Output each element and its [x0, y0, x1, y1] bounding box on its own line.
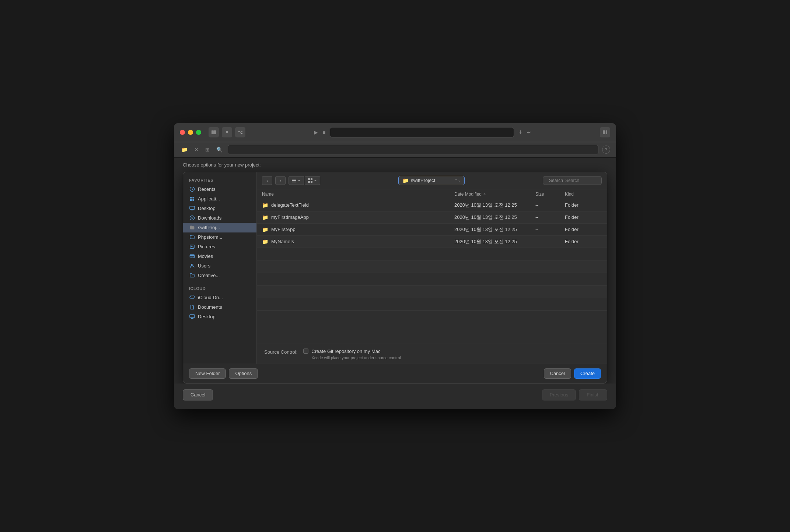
folder-file-icon-1: 📁 — [262, 214, 268, 220]
sidebar: Favorites Recents — [183, 172, 257, 364]
search-input[interactable] — [228, 145, 598, 154]
window-bottom: Cancel Previous Finish — [174, 384, 616, 409]
maximize-button[interactable] — [196, 130, 201, 135]
dialog-top: Favorites Recents — [183, 172, 607, 364]
folder-sidebar-icon — [189, 225, 195, 231]
source-control-content: Create Git repository on my Mac Xcode wi… — [303, 349, 401, 360]
sidebar-label-phpstorm: Phpstorm... — [198, 234, 222, 240]
search-box[interactable]: Search — [543, 176, 602, 185]
folder-file-icon-0: 📁 — [262, 202, 268, 208]
sidebar-item-icloud-drive[interactable]: iCloud Dri... — [183, 293, 256, 302]
folder-file-icon-2: 📁 — [262, 227, 268, 232]
git-checkbox[interactable] — [303, 349, 308, 354]
diagram-icon[interactable]: ⊞ — [204, 145, 211, 154]
table-row[interactable]: 📁 MyNameIs 2020년 10월 13일 오전 12:25 -- Fol… — [257, 236, 607, 248]
minimize-button[interactable] — [188, 130, 193, 135]
enter-icon[interactable]: ↵ — [527, 129, 531, 135]
traffic-lights — [180, 130, 201, 135]
title-bar-center: ▶ ■ + ↵ — [250, 127, 595, 137]
back-button[interactable]: ‹ — [262, 176, 272, 185]
title-bar-icons: ✕ ⌥ — [209, 127, 245, 137]
add-tab-icon[interactable]: + — [518, 129, 522, 136]
checkbox-row: Create Git repository on my Mac — [303, 349, 401, 354]
stop-icon[interactable]: ■ — [322, 129, 325, 135]
cancel-button[interactable]: Cancel — [544, 368, 571, 379]
sidebar-item-desktop[interactable]: Desktop — [183, 204, 256, 213]
dialog-bottom: New Folder Options Cancel Create — [183, 364, 607, 383]
svg-rect-22 — [311, 181, 312, 183]
title-bar-right — [600, 127, 610, 137]
sidebar-item-desktop-icloud[interactable]: Desktop — [183, 312, 256, 322]
icloud-label: iCloud — [183, 286, 256, 293]
file-name-3: 📁 MyNameIs — [262, 239, 454, 245]
svg-rect-1 — [213, 130, 216, 134]
close-button[interactable] — [180, 130, 185, 135]
sidebar-item-users[interactable]: Users — [183, 261, 256, 271]
window-finish-button[interactable]: Finish — [579, 389, 607, 400]
col-kind-header: Kind — [565, 192, 602, 197]
location-bar: 📁 swiftProject ⌃⌄ — [323, 176, 540, 185]
play-icon[interactable]: ▶ — [314, 129, 318, 135]
empty-row-4 — [257, 286, 607, 298]
folder-icon[interactable]: 📁 — [180, 145, 189, 154]
list-view-button[interactable] — [289, 176, 304, 185]
location-name: swiftProject — [411, 178, 435, 183]
search-input-field[interactable] — [565, 178, 602, 183]
sidebar-item-movies[interactable]: Movies — [183, 252, 256, 261]
new-folder-button[interactable]: New Folder — [189, 368, 226, 379]
search-toolbar-icon[interactable]: 🔍 — [215, 145, 224, 154]
sidebar-label-downloads: Downloads — [198, 215, 221, 221]
film-icon — [189, 253, 195, 259]
hierarchy-icon[interactable]: ⌥ — [235, 127, 245, 137]
empty-row-3 — [257, 273, 607, 286]
empty-row-5 — [257, 298, 607, 311]
window-previous-button[interactable]: Previous — [542, 389, 576, 400]
table-row[interactable]: 📁 delegateTextField 2020년 10월 13일 오전 12:… — [257, 199, 607, 211]
file-name-0: 📁 delegateTextField — [262, 202, 454, 208]
file-list: 📁 delegateTextField 2020년 10월 13일 오전 12:… — [257, 199, 607, 343]
col-date-header[interactable]: Date Modified — [454, 192, 535, 197]
svg-rect-5 — [190, 197, 192, 199]
close-tab-icon[interactable]: ✕ — [222, 127, 232, 137]
inspector-toggle-icon[interactable] — [600, 127, 610, 137]
sidebar-toggle-icon[interactable] — [209, 127, 219, 137]
dialog-container: Favorites Recents — [174, 168, 616, 384]
sidebar-item-applications[interactable]: Applicati... — [183, 194, 256, 204]
clock-icon — [189, 186, 195, 192]
choose-project-area: Choose options for your new project: — [174, 158, 616, 168]
window-cancel-button[interactable]: Cancel — [183, 389, 213, 400]
sidebar-label-icloud-drive: iCloud Dri... — [198, 295, 223, 300]
svg-rect-15 — [189, 315, 194, 318]
location-select[interactable]: 📁 swiftProject ⌃⌄ — [398, 176, 465, 185]
sidebar-item-phpstorm[interactable]: Phpstorm... — [183, 232, 256, 242]
search-placeholder: Search — [549, 178, 563, 183]
choose-project-label: Choose options for your new project: — [183, 162, 261, 168]
app-window: ✕ ⌥ ▶ ■ + ↵ 📁 ✕ ⊞ 🔍 ? Choose opti — [174, 123, 616, 409]
sidebar-item-recents[interactable]: Recents — [183, 185, 256, 194]
monitor-icloud-icon — [189, 314, 195, 320]
cloud-icon — [189, 295, 195, 301]
help-icon[interactable]: ? — [602, 146, 610, 154]
svg-rect-2 — [603, 130, 605, 134]
sidebar-item-creative[interactable]: Creative... — [183, 271, 256, 280]
sidebar-item-swiftproject[interactable]: swiftProj... — [183, 223, 256, 232]
svg-rect-0 — [212, 130, 213, 134]
sidebar-item-pictures[interactable]: Pictures — [183, 242, 256, 252]
sidebar-label-creative: Creative... — [198, 273, 220, 278]
grid-view-button[interactable] — [305, 176, 320, 185]
table-row[interactable]: 📁 MyFirstApp 2020년 10월 13일 오전 12:25 -- F… — [257, 224, 607, 236]
view-toggle — [289, 176, 320, 185]
sidebar-item-documents[interactable]: Documents — [183, 302, 256, 312]
svg-rect-20 — [311, 178, 312, 180]
options-button[interactable]: Options — [229, 368, 258, 379]
create-button[interactable]: Create — [574, 368, 601, 379]
forward-button[interactable]: › — [275, 176, 286, 185]
svg-rect-7 — [190, 199, 192, 201]
sidebar-item-downloads[interactable]: Downloads — [183, 213, 256, 223]
location-folder-icon: 📁 — [402, 178, 409, 183]
favorites-label: Favorites — [183, 178, 256, 185]
table-row[interactable]: 📁 myFirstImageApp 2020년 10월 13일 오전 12:25… — [257, 211, 607, 224]
photo-icon — [189, 244, 195, 250]
source-hint: Xcode will place your project under sour… — [311, 356, 401, 360]
close-icon[interactable]: ✕ — [193, 145, 200, 154]
